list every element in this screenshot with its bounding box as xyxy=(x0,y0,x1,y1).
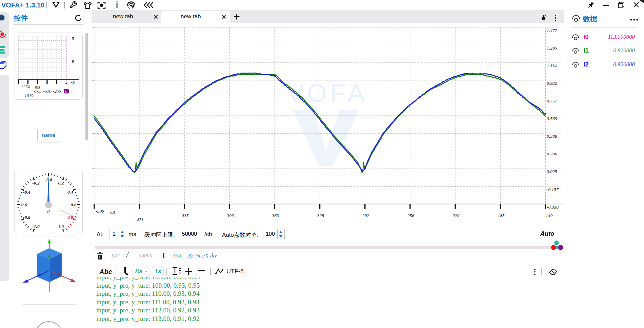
svg-text:1.477: 1.477 xyxy=(547,28,558,33)
svg-text:-435: -435 xyxy=(180,213,189,218)
svg-text:VOFA: VOFA xyxy=(287,79,368,107)
svg-text:-1019: -1019 xyxy=(23,93,34,98)
svg-text:0.6: 0.6 xyxy=(71,202,77,207)
svg-text:ms: ms xyxy=(110,209,115,214)
svg-text:-256: -256 xyxy=(406,213,415,218)
svg-text:-0.6: -0.6 xyxy=(20,202,27,207)
svg-text:0.569: 0.569 xyxy=(547,116,557,121)
svg-text:0.206: 0.206 xyxy=(547,151,557,156)
svg-text:0.751: 0.751 xyxy=(547,98,557,103)
svg-text:-255: -255 xyxy=(53,89,61,94)
svg-text:0: 0 xyxy=(72,59,74,64)
svg-text:1.295: 1.295 xyxy=(547,45,557,51)
svg-text:-399: -399 xyxy=(225,213,234,218)
svg-text:0.2: 0.2 xyxy=(58,180,64,186)
svg-text:-510: -510 xyxy=(43,89,52,94)
svg-text:5: 5 xyxy=(72,36,74,41)
svg-text:-5: -5 xyxy=(71,80,75,85)
svg-text:0.025: 0.025 xyxy=(547,169,557,174)
svg-text:0: 0 xyxy=(47,209,50,214)
svg-text:-0.338: -0.338 xyxy=(547,205,559,210)
svg-text:-471: -471 xyxy=(135,217,144,222)
svg-text:-363: -363 xyxy=(270,213,279,218)
svg-text:-220: -220 xyxy=(451,213,460,218)
svg-text:-292: -292 xyxy=(361,213,369,218)
svg-text:0.388: 0.388 xyxy=(547,134,557,139)
svg-text:-0.8: -0.8 xyxy=(23,215,31,220)
svg-text:0.4: 0.4 xyxy=(67,190,73,195)
svg-text:-506: -506 xyxy=(96,209,104,214)
svg-text:-765: -765 xyxy=(34,89,42,94)
svg-text:-0.2: -0.2 xyxy=(32,180,40,186)
svg-text:1.114: 1.114 xyxy=(547,63,557,68)
svg-text:0: 0 xyxy=(65,89,67,94)
svg-text:-185: -185 xyxy=(496,213,505,218)
svg-text:1.0: 1.0 xyxy=(58,224,64,229)
svg-text:-149: -149 xyxy=(544,213,553,218)
svg-text:-1.0: -1.0 xyxy=(32,224,40,229)
svg-text:0.932: 0.932 xyxy=(547,81,557,86)
svg-text:-0.4: -0.4 xyxy=(23,190,31,195)
svg-text:-328: -328 xyxy=(316,213,324,218)
svg-text:-0.157: -0.157 xyxy=(547,187,559,192)
svg-text:-1274: -1274 xyxy=(19,84,30,89)
